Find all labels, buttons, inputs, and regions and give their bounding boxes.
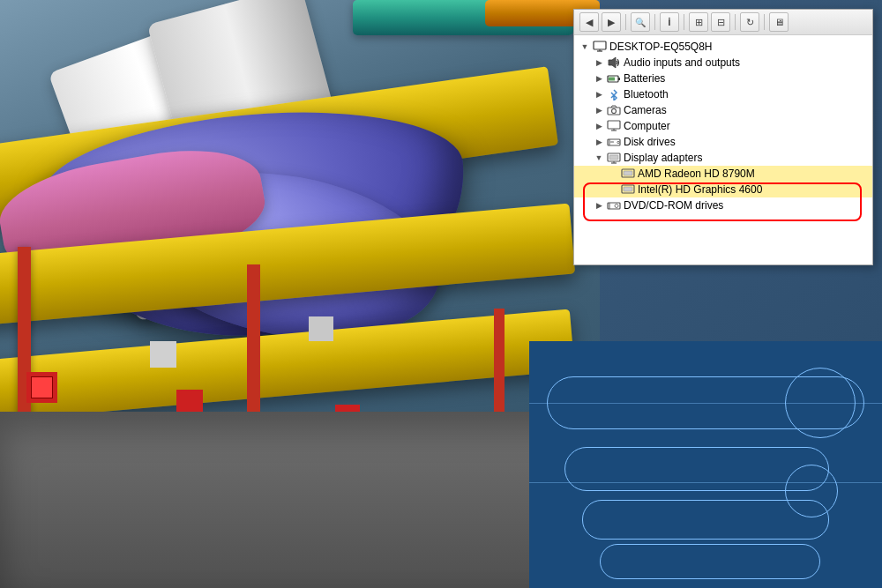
disk-drives-expander[interactable]: ▶ — [592, 135, 606, 149]
svg-rect-19 — [609, 155, 618, 160]
svg-point-26 — [615, 205, 618, 208]
camera-icon — [606, 103, 622, 117]
toolbar-sep-5 — [764, 14, 765, 30]
svg-rect-6 — [609, 78, 615, 81]
audio-expander[interactable]: ▶ — [592, 56, 606, 70]
device-tree[interactable]: ▼ DESKTOP-EQ55Q8H ▶ Audio inputs and out… — [574, 35, 872, 264]
monitor-button[interactable]: 🖥 — [769, 12, 789, 32]
blueprint-circle-2 — [785, 465, 838, 517]
tree-cameras[interactable]: ▶ Cameras — [574, 102, 872, 118]
toolbar-sep-4 — [735, 14, 736, 30]
batteries-expander[interactable]: ▶ — [592, 71, 606, 86]
amd-gpu-label: AMD Radeon HD 8790M — [638, 167, 755, 180]
svg-rect-23 — [624, 187, 632, 191]
audio-icon — [606, 56, 622, 70]
toolbar-sep-3 — [684, 14, 684, 30]
box-white-1 — [150, 341, 176, 368]
refresh-button[interactable]: ↻ — [740, 12, 759, 32]
device-manager-panel: ◀ ▶ 🔍 i ⊞ ⊟ ↻ 🖥 ▼ DESKTOP-EQ55Q8H ▶ — [573, 9, 873, 265]
batteries-label: Batteries — [624, 72, 665, 85]
svg-rect-21 — [624, 171, 632, 175]
bluetooth-expander[interactable]: ▶ — [592, 87, 606, 101]
toolbar-sep-1 — [625, 14, 626, 30]
display-adapters-label: Display adapters — [624, 152, 702, 164]
tree-dvd-drives[interactable]: ▶ DVD/CD-ROM drives — [574, 197, 872, 213]
tree-batteries[interactable]: ▶ Batteries — [574, 71, 872, 86]
computer-icon-item — [606, 119, 622, 133]
box-red-inner — [31, 376, 53, 398]
device-manager-toolbar: ◀ ▶ 🔍 i ⊞ ⊟ ↻ 🖥 — [574, 10, 872, 35]
dvd-icon — [606, 198, 622, 212]
toolbar-sep-2 — [654, 14, 655, 30]
bluetooth-icon — [606, 87, 622, 101]
svg-rect-0 — [594, 41, 606, 49]
blueprint-section — [529, 341, 882, 588]
box-white-2 — [309, 316, 333, 341]
amd-expander-placeholder — [606, 167, 620, 181]
ground-surface — [0, 412, 600, 588]
tree-disk-drives[interactable]: ▶ Disk drives — [574, 134, 872, 150]
tree-computer[interactable]: ▶ Computer — [574, 118, 872, 134]
svg-point-15 — [617, 141, 619, 143]
computer-icon — [592, 40, 608, 54]
info-button[interactable]: i — [660, 12, 679, 32]
dvd-drives-expander[interactable]: ▶ — [592, 198, 606, 212]
intel-expander-placeholder — [606, 182, 620, 197]
tree-bluetooth[interactable]: ▶ Bluetooth — [574, 86, 872, 102]
forward-button[interactable]: ▶ — [602, 12, 621, 32]
root-expander[interactable]: ▼ — [578, 40, 592, 54]
tree-root[interactable]: ▼ DESKTOP-EQ55Q8H — [574, 39, 872, 55]
disk-drives-label: Disk drives — [624, 136, 676, 148]
computer-expander[interactable]: ▶ — [592, 119, 606, 133]
svg-rect-9 — [608, 121, 620, 129]
tree-display-adapters[interactable]: ▼ Display adapters — [574, 150, 872, 166]
display-adapters-expander[interactable]: ▼ — [592, 151, 606, 165]
tree-audio[interactable]: ▶ Audio inputs and outputs — [574, 55, 872, 71]
dvd-drives-label: DVD/CD-ROM drives — [624, 199, 723, 212]
svg-rect-5 — [618, 78, 620, 80]
root-label: DESKTOP-EQ55Q8H — [609, 41, 712, 53]
intel-gpu-label: Intel(R) HD Graphics 4600 — [638, 183, 762, 196]
cameras-label: Cameras — [624, 104, 667, 116]
display-adapter-icon — [606, 151, 622, 165]
audio-label: Audio inputs and outputs — [624, 56, 740, 69]
disk-icon — [606, 135, 622, 149]
svg-marker-3 — [609, 57, 616, 68]
blueprint-circle-1 — [785, 368, 856, 438]
bluetooth-label: Bluetooth — [624, 88, 669, 100]
structure-red-2 — [247, 264, 260, 423]
search-button[interactable]: 🔍 — [631, 12, 650, 32]
tree-intel-gpu[interactable]: Intel(R) HD Graphics 4600 — [574, 182, 872, 197]
props-button-1[interactable]: ⊞ — [689, 12, 708, 32]
computer-label: Computer — [624, 120, 670, 132]
cameras-expander[interactable]: ▶ — [592, 103, 606, 117]
intel-gpu-icon — [620, 182, 636, 197]
svg-rect-14 — [610, 141, 614, 143]
back-button[interactable]: ◀ — [579, 12, 599, 32]
amd-gpu-icon — [620, 167, 636, 181]
battery-icon — [606, 71, 622, 86]
props-button-2[interactable]: ⊟ — [711, 12, 730, 32]
blueprint-pipe-4 — [600, 544, 820, 579]
cad-3d-scene — [0, 0, 600, 588]
tree-amd-gpu[interactable]: AMD Radeon HD 8790M — [574, 166, 872, 182]
svg-point-8 — [612, 109, 617, 114]
